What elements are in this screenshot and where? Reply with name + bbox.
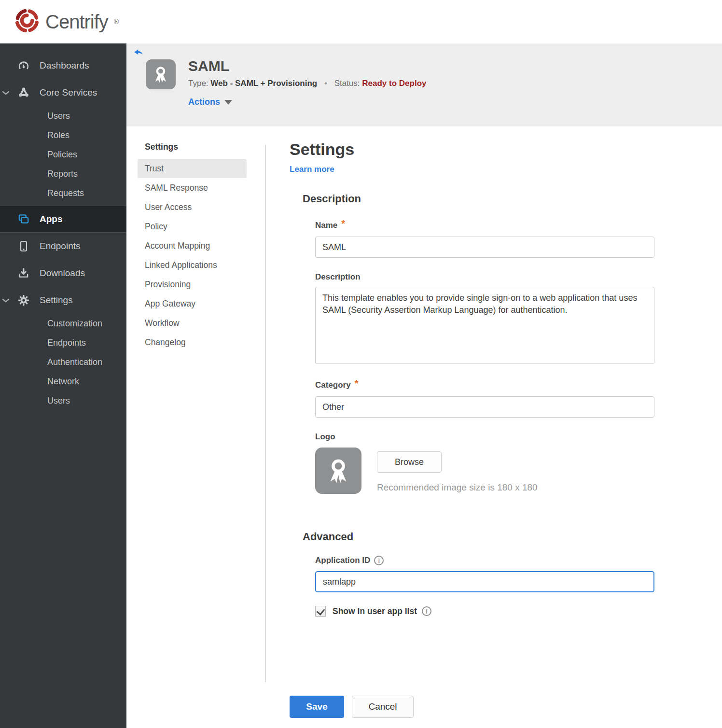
application-id-label: Application ID — [315, 556, 654, 565]
sidebar-item-downloads[interactable]: Downloads — [0, 260, 126, 287]
chevron-down-icon — [2, 87, 10, 98]
phone-icon — [17, 240, 30, 252]
name-input[interactable] — [315, 237, 654, 258]
subnav-item-linked-applications[interactable]: Linked Applications — [138, 255, 247, 275]
sidebar-item-apps[interactable]: Apps — [0, 206, 126, 233]
info-icon[interactable] — [422, 606, 431, 616]
download-icon — [17, 267, 30, 280]
category-input[interactable] — [315, 396, 654, 418]
subnav-item-changelog[interactable]: Changelog — [138, 333, 247, 352]
description-section-heading: Description — [303, 193, 657, 205]
sidebar-item-customization[interactable]: Customization — [0, 314, 126, 333]
logo-label: Logo — [315, 432, 654, 442]
sidebar-item-label: Endpoints — [40, 241, 81, 252]
sidebar-item-settings[interactable]: Settings — [0, 287, 126, 314]
gear-icon — [17, 294, 30, 307]
type-value: Web - SAML + Provisioning — [210, 79, 317, 88]
chevron-down-icon — [2, 295, 10, 306]
app-logo — [146, 59, 176, 89]
back-arrow-icon[interactable] — [133, 46, 144, 57]
subnav-item-saml-response[interactable]: SAML Response — [138, 178, 247, 197]
show-in-user-app-list-checkbox[interactable] — [315, 606, 326, 616]
name-label: Name * — [315, 220, 654, 231]
subnav-item-user-access[interactable]: User Access — [138, 197, 247, 217]
show-in-user-app-list-label: Show in user app list — [333, 606, 431, 616]
subnav-item-app-gateway[interactable]: App Gateway — [138, 294, 247, 313]
app-header: SAML Type: Web - SAML + Provisioning • S… — [126, 43, 722, 126]
type-label: Type: — [188, 79, 208, 88]
subnav-header: Settings — [138, 142, 247, 152]
apps-icon — [17, 213, 30, 225]
sidebar-item-policies[interactable]: Policies — [0, 145, 126, 164]
vertical-divider — [265, 145, 266, 682]
category-label: Category * — [315, 379, 654, 391]
subnav-item-trust[interactable]: Trust — [138, 159, 247, 178]
sidebar-item-endpoints[interactable]: Endpoints — [0, 233, 126, 260]
core-services-icon — [17, 86, 30, 99]
sidebar-item-label: Core Services — [40, 87, 97, 98]
sidebar-item-reports[interactable]: Reports — [0, 164, 126, 183]
sidebar-item-label: Downloads — [40, 268, 85, 279]
save-button[interactable]: Save — [290, 696, 344, 718]
info-icon[interactable] — [374, 556, 384, 565]
status-value: Ready to Deploy — [362, 79, 426, 88]
sidebar-item-label: Settings — [40, 295, 73, 306]
sidebar-item-network[interactable]: Network — [0, 372, 126, 391]
sidebar-item-core-services[interactable]: Core Services — [0, 79, 126, 106]
app-title: SAML — [188, 58, 229, 74]
logo-preview — [315, 448, 361, 494]
caret-down-icon — [224, 100, 232, 105]
application-id-input[interactable] — [315, 571, 654, 592]
status-label: Status: — [334, 79, 360, 88]
sidebar-item-users-settings[interactable]: Users — [0, 391, 126, 410]
gauge-icon — [17, 59, 30, 72]
sidebar-item-users[interactable]: Users — [0, 106, 126, 126]
brand-trademark: ® — [114, 18, 119, 26]
logo-size-hint: Recommended image size is 180 x 180 — [377, 482, 538, 493]
brand-logo[interactable]: Centrify ® — [14, 7, 119, 37]
sidebar-item-requests[interactable]: Requests — [0, 183, 126, 203]
app-meta: Type: Web - SAML + Provisioning • Status… — [188, 79, 426, 88]
description-label: Description — [315, 272, 654, 282]
award-icon — [151, 64, 171, 84]
sidebar-item-roles[interactable]: Roles — [0, 126, 126, 145]
actions-label: Actions — [188, 97, 220, 107]
actions-dropdown[interactable]: Actions — [188, 97, 232, 107]
brand-name: Centrify — [45, 11, 108, 33]
required-asterisk: * — [341, 218, 345, 229]
sidebar-item-label: Dashboards — [40, 60, 89, 71]
form-actions: Save Cancel — [290, 696, 414, 718]
cancel-button[interactable]: Cancel — [352, 696, 414, 718]
page-title: Settings — [290, 140, 657, 159]
learn-more-link[interactable]: Learn more — [290, 165, 334, 174]
subnav-item-account-mapping[interactable]: Account Mapping — [138, 236, 247, 255]
browse-button[interactable]: Browse — [377, 451, 442, 473]
main-content: Settings Learn more Description Name * D… — [290, 140, 657, 616]
description-textarea[interactable]: This template enables you to provide sin… — [315, 287, 654, 364]
required-asterisk: * — [355, 378, 359, 389]
advanced-section-heading: Advanced — [303, 531, 657, 543]
sidebar-item-endpoints-settings[interactable]: Endpoints — [0, 333, 126, 352]
sidebar: Dashboards Core Services Users Roles Pol… — [0, 43, 126, 728]
meta-separator: • — [324, 79, 327, 88]
sidebar-item-authentication[interactable]: Authentication — [0, 352, 126, 372]
subnav-item-policy[interactable]: Policy — [138, 217, 247, 236]
sidebar-item-dashboards[interactable]: Dashboards — [0, 52, 126, 79]
sidebar-item-label: Apps — [40, 214, 63, 224]
top-bar: Centrify ® — [0, 0, 722, 43]
settings-subnav: Settings Trust SAML Response User Access… — [138, 142, 247, 352]
centrify-logo-icon — [14, 7, 41, 37]
subnav-item-workflow[interactable]: Workflow — [138, 313, 247, 333]
subnav-item-provisioning[interactable]: Provisioning — [138, 275, 247, 294]
award-icon — [323, 456, 353, 486]
